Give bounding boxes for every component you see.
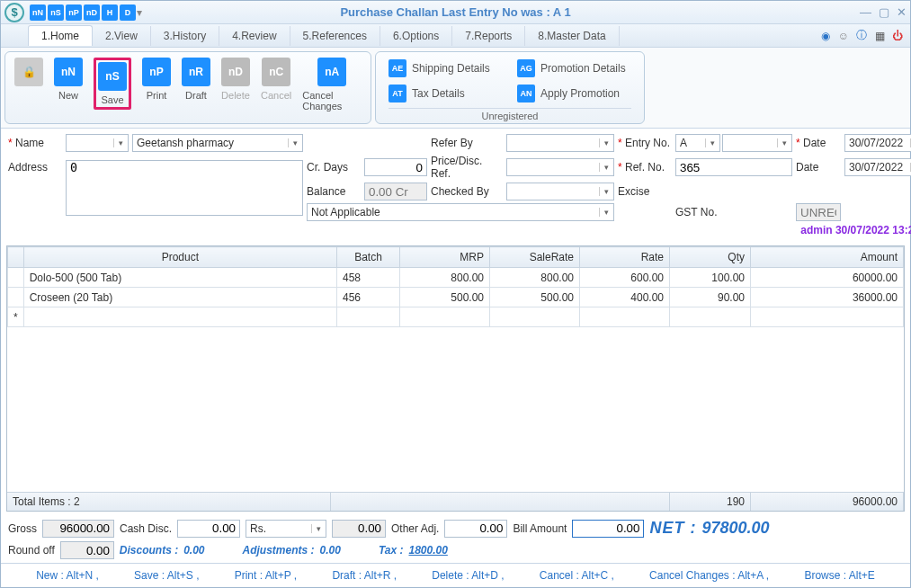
cancelchanges-button[interactable]: nACancel Changes (302, 58, 362, 111)
tab-masterdata[interactable]: 8.Master Data (525, 26, 619, 46)
qa-new-icon[interactable]: nN (30, 4, 46, 21)
shipping-details-link[interactable]: AEShipping Details (389, 59, 496, 77)
roundoff-label: Round off (8, 544, 55, 557)
col-batch[interactable]: Batch (337, 247, 400, 268)
quick-access-toolbar: nN nS nP nD H D ▾ (30, 4, 141, 21)
ribbon-footer-label: Unregistered (389, 108, 631, 121)
checkedby-label: Checked By (431, 185, 503, 198)
col-mrp[interactable]: MRP (400, 247, 490, 268)
tab-reports[interactable]: 7.Reports (452, 26, 525, 46)
adjustments-label: Adjustments : (243, 544, 315, 557)
col-salerate[interactable]: SaleRate (490, 247, 580, 268)
net-label: NET : (649, 519, 696, 538)
shortcut-hint: Delete : Alt+D , (432, 569, 504, 582)
cashdisc-input[interactable] (177, 520, 240, 538)
gstno-label: GST No. (675, 206, 792, 218)
tab-history[interactable]: 3.History (151, 26, 219, 46)
qa-print-icon[interactable]: nP (66, 4, 82, 21)
entryno-prefix[interactable]: A▾ (675, 134, 720, 152)
crdays-input[interactable] (364, 158, 427, 176)
shortcut-bar: New : Alt+N ,Save : Alt+S ,Print : Alt+P… (1, 563, 910, 587)
tab-review[interactable]: 4.Review (219, 26, 290, 46)
shortcut-hint: Print : Alt+P , (235, 569, 297, 582)
col-rate[interactable]: Rate (580, 247, 670, 268)
promotion-details-link[interactable]: AGPromotion Details (517, 59, 631, 77)
footer-qty: 190 (670, 493, 751, 511)
items-grid[interactable]: ProductBatchMRPSaleRateRateQtyAmount Dol… (6, 245, 905, 512)
tab-home[interactable]: 1.Home (28, 25, 93, 46)
qa-dropdown-icon[interactable]: ▾ (138, 4, 141, 21)
rs-dropdown[interactable]: Rs.▾ (246, 520, 326, 538)
apply-promotion-link[interactable]: ANApply Promotion (517, 85, 631, 102)
net-value: 97800.00 (701, 519, 769, 538)
minimize-icon[interactable]: — (860, 5, 871, 19)
balance-label: Balance (307, 185, 361, 198)
grid-footer: Total Items : 2 190 96000.00 (7, 492, 904, 511)
shortcut-hint: Cancel : Alt+C , (540, 569, 614, 582)
draft-button[interactable]: nRDraft (182, 58, 210, 101)
address-input[interactable]: 0 (66, 160, 303, 216)
tab-options[interactable]: 6.Options (380, 26, 452, 46)
shortcut-hint: Browse : Alt+E (804, 569, 874, 582)
checkedby-input[interactable]: ▾ (506, 183, 614, 200)
otheradj-input[interactable] (444, 520, 507, 538)
exit-icon[interactable]: ⏻ (890, 29, 905, 43)
entryno-input[interactable]: ▾ (722, 134, 792, 152)
info-icon[interactable]: ⓘ (854, 29, 869, 43)
help-icon[interactable]: ◉ (818, 29, 833, 43)
excise-label: Excise (618, 185, 672, 198)
table-row[interactable]: Dolo-500 (500 Tab)458800.00800.00600.001… (8, 268, 904, 288)
date2-input[interactable]: 30/07/2022▾ (844, 158, 911, 176)
shortcut-hint: Cancel Changes : Alt+A , (649, 569, 769, 582)
tab-references[interactable]: 5.References (290, 26, 380, 46)
name-value-input[interactable]: Geetansh pharmacy▾ (132, 134, 303, 152)
gross-input (42, 520, 114, 538)
close-icon[interactable]: ✕ (897, 5, 907, 19)
tax-value[interactable]: 1800.00 (408, 544, 447, 557)
new-row[interactable]: * (8, 307, 904, 327)
print-button[interactable]: nPPrint (142, 58, 171, 101)
shortcut-hint: New : Alt+N , (36, 569, 99, 582)
excise-input[interactable]: Not Applicable▾ (307, 203, 614, 221)
qa-draft-icon[interactable]: nD (84, 4, 100, 21)
discounts-label: Discounts : (120, 544, 178, 557)
otheradj-label: Other Adj. (391, 522, 439, 535)
totals-row: Gross Cash Disc. Rs.▾ Other Adj. Bill Am… (1, 515, 910, 541)
shortcut-hint: Draft : Alt+R , (332, 569, 397, 582)
menu-bar: 1.Home 2.View 3.History 4.Review 5.Refer… (1, 24, 910, 48)
referby-label: Refer By (431, 137, 503, 149)
save-button[interactable]: nSSave (98, 62, 127, 105)
maximize-icon[interactable]: ▢ (879, 5, 889, 19)
qa-d-icon[interactable]: D (120, 4, 136, 21)
adjustments-value: 0.00 (320, 544, 341, 557)
crdays-label: Cr. Days (307, 161, 361, 174)
referby-input[interactable]: ▾ (506, 134, 614, 152)
refno-input[interactable] (675, 158, 792, 176)
qa-h-icon[interactable]: H (102, 4, 118, 21)
new-button[interactable]: nNNew (54, 58, 83, 101)
gstno-input (796, 203, 841, 221)
qa-save-icon[interactable]: nS (48, 4, 64, 21)
tab-view[interactable]: 2.View (93, 26, 151, 46)
entryno-label: Entry No. (618, 137, 672, 149)
billamt-label: Bill Amount (513, 522, 567, 535)
user-icon[interactable]: ☺ (836, 29, 851, 43)
window-title: Purchase Challan Last Entry No was : A 1 (340, 5, 570, 19)
app-logo-icon: $ (4, 3, 24, 22)
footer-amount: 96000.00 (751, 493, 904, 511)
table-row[interactable]: Croseen (20 Tab)456500.00500.00400.0090.… (8, 288, 904, 307)
delete-button: nDDelete (221, 58, 250, 101)
billamt-input[interactable] (572, 520, 644, 538)
col-product[interactable]: Product (23, 247, 336, 268)
rs-input (332, 520, 386, 538)
pricedisc-input[interactable]: ▾ (506, 158, 614, 176)
col-amount[interactable]: Amount (751, 247, 904, 268)
col-qty[interactable]: Qty (670, 247, 751, 268)
tax-details-link[interactable]: ATTax Details (389, 85, 496, 102)
settings-icon[interactable]: ▦ (872, 29, 887, 43)
date1-input[interactable]: 30/07/2022▾ (844, 134, 911, 152)
ribbon: 🔒 nNNewnSSavenPPrintnRDraftnDDeletenCCan… (1, 48, 910, 129)
name-code-input[interactable]: ▾ (66, 134, 129, 152)
discounts-value: 0.00 (183, 544, 204, 557)
title-bar: $ nN nS nP nD H D ▾ Purchase Challan Las… (1, 1, 910, 24)
